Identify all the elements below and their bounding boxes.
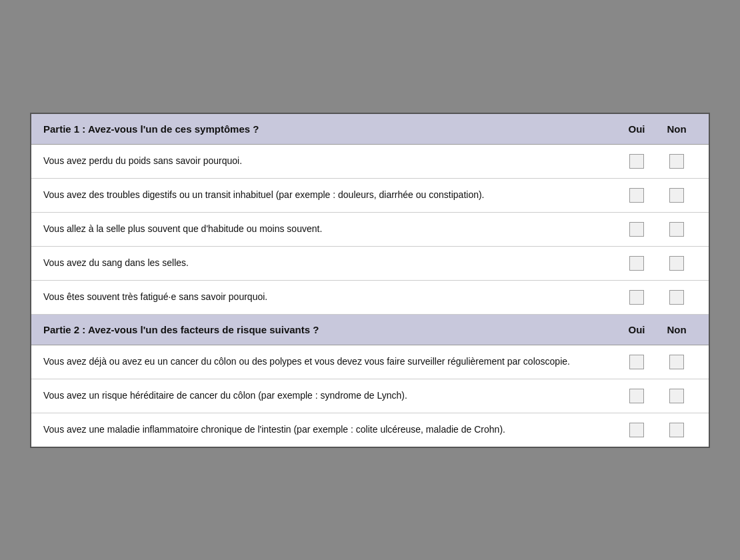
oui-checkbox[interactable] <box>629 256 644 271</box>
oui-checkbox[interactable] <box>629 355 644 369</box>
non-checkbox[interactable] <box>669 256 684 271</box>
question-text: Vous allez à la selle plus souvent que d… <box>43 222 617 236</box>
question-text: Vous avez perdu du poids sans savoir pou… <box>43 154 617 168</box>
question-text: Vous avez une maladie inflammatoire chro… <box>43 423 617 437</box>
question-text: Vous avez un risque héréditaire de cance… <box>43 389 617 403</box>
question-text: Vous avez des troubles digestifs ou un t… <box>43 188 617 202</box>
table-row: Vous avez un risque héréditaire de cance… <box>31 379 709 413</box>
non-checkbox-cell <box>657 290 697 305</box>
non-checkbox-cell <box>657 389 697 403</box>
non-checkbox[interactable] <box>669 154 684 169</box>
part1-oui-label: Oui <box>617 123 657 135</box>
table-row: Vous avez du sang dans les selles. <box>31 247 709 281</box>
oui-checkbox[interactable] <box>629 222 644 237</box>
table-row: Vous êtes souvent très fatigué·e sans sa… <box>31 281 709 315</box>
oui-checkbox-cell <box>617 222 657 237</box>
oui-checkbox[interactable] <box>629 290 644 305</box>
oui-checkbox-cell <box>617 256 657 271</box>
non-checkbox[interactable] <box>669 423 684 437</box>
non-checkbox-cell <box>657 256 697 271</box>
questionnaire-table: Partie 1 : Avez-vous l'un de ces symptôm… <box>30 113 710 448</box>
question-text: Vous avez déjà ou avez eu un cancer du c… <box>43 355 617 369</box>
non-checkbox-cell <box>657 423 697 437</box>
part2-oui-label: Oui <box>617 324 657 335</box>
part2-title: Partie 2 : Avez-vous l'un des facteurs d… <box>43 324 617 335</box>
oui-checkbox[interactable] <box>629 423 644 437</box>
table-row: Vous allez à la selle plus souvent que d… <box>31 213 709 247</box>
part1-non-label: Non <box>657 123 697 135</box>
oui-checkbox-cell <box>617 355 657 369</box>
non-checkbox[interactable] <box>669 188 684 203</box>
oui-checkbox[interactable] <box>629 188 644 203</box>
non-checkbox[interactable] <box>669 290 684 305</box>
non-checkbox-cell <box>657 222 697 237</box>
part2-non-label: Non <box>657 324 697 335</box>
oui-checkbox-cell <box>617 423 657 437</box>
question-text: Vous avez du sang dans les selles. <box>43 256 617 270</box>
oui-checkbox[interactable] <box>629 154 644 169</box>
table-row: Vous avez une maladie inflammatoire chro… <box>31 413 709 447</box>
part2-header: Partie 2 : Avez-vous l'un des facteurs d… <box>31 315 709 345</box>
non-checkbox-cell <box>657 355 697 369</box>
non-checkbox[interactable] <box>669 355 684 369</box>
non-checkbox[interactable] <box>669 222 684 237</box>
oui-checkbox-cell <box>617 154 657 169</box>
oui-checkbox-cell <box>617 389 657 403</box>
table-row: Vous avez perdu du poids sans savoir pou… <box>31 145 709 179</box>
non-checkbox[interactable] <box>669 389 684 403</box>
oui-checkbox-cell <box>617 290 657 305</box>
part1-header: Partie 1 : Avez-vous l'un de ces symptôm… <box>31 114 709 145</box>
table-row: Vous avez des troubles digestifs ou un t… <box>31 179 709 213</box>
non-checkbox-cell <box>657 188 697 203</box>
oui-checkbox-cell <box>617 188 657 203</box>
oui-checkbox[interactable] <box>629 389 644 403</box>
part1-title: Partie 1 : Avez-vous l'un de ces symptôm… <box>43 123 617 135</box>
question-text: Vous êtes souvent très fatigué·e sans sa… <box>43 290 617 304</box>
table-row: Vous avez déjà ou avez eu un cancer du c… <box>31 345 709 379</box>
non-checkbox-cell <box>657 154 697 169</box>
